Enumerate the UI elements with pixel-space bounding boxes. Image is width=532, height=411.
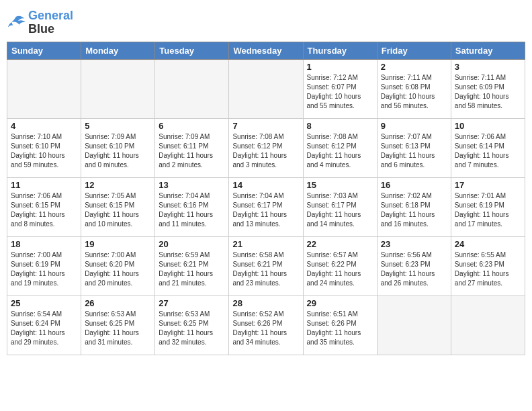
day-number: 17 [455, 180, 521, 190]
calendar-day-cell: 1Sunrise: 7:12 AMSunset: 6:07 PMDaylight… [303, 59, 377, 118]
weekday-header: Wednesday [229, 42, 303, 59]
day-info: Sunrise: 7:10 AMSunset: 6:10 PMDaylight:… [11, 132, 77, 170]
calendar-day-cell: 11Sunrise: 7:06 AMSunset: 6:15 PMDayligh… [7, 177, 81, 236]
calendar-day-cell [81, 59, 155, 118]
calendar-week-row: 1Sunrise: 7:12 AMSunset: 6:07 PMDaylight… [7, 59, 525, 118]
calendar-day-cell: 22Sunrise: 6:57 AMSunset: 6:22 PMDayligh… [303, 236, 377, 295]
day-number: 19 [85, 239, 151, 249]
day-number: 13 [159, 180, 225, 190]
calendar-day-cell: 12Sunrise: 7:05 AMSunset: 6:15 PMDayligh… [81, 177, 155, 236]
calendar-day-cell: 2Sunrise: 7:11 AMSunset: 6:08 PMDaylight… [377, 59, 451, 118]
calendar-day-cell: 5Sunrise: 7:09 AMSunset: 6:10 PMDaylight… [81, 118, 155, 177]
day-number: 25 [11, 298, 77, 308]
day-number: 5 [85, 121, 151, 131]
day-number: 24 [455, 239, 521, 249]
calendar-day-cell: 21Sunrise: 6:58 AMSunset: 6:21 PMDayligh… [229, 236, 303, 295]
calendar-week-row: 11Sunrise: 7:06 AMSunset: 6:15 PMDayligh… [7, 177, 525, 236]
day-info: Sunrise: 7:01 AMSunset: 6:19 PMDaylight:… [455, 191, 521, 229]
day-info: Sunrise: 7:00 AMSunset: 6:19 PMDaylight:… [11, 250, 77, 288]
day-number: 26 [85, 298, 151, 308]
day-info: Sunrise: 7:04 AMSunset: 6:16 PMDaylight:… [159, 191, 225, 229]
calendar-day-cell: 6Sunrise: 7:09 AMSunset: 6:11 PMDaylight… [155, 118, 229, 177]
day-number: 10 [455, 121, 521, 131]
day-number: 15 [307, 180, 373, 190]
day-info: Sunrise: 7:08 AMSunset: 6:12 PMDaylight:… [232, 132, 299, 170]
day-number: 23 [381, 239, 447, 249]
day-info: Sunrise: 6:53 AMSunset: 6:25 PMDaylight:… [159, 310, 225, 347]
day-info: Sunrise: 7:12 AMSunset: 6:07 PMDaylight:… [307, 73, 373, 111]
day-info: Sunrise: 7:09 AMSunset: 6:11 PMDaylight:… [159, 132, 225, 170]
calendar-week-row: 18Sunrise: 7:00 AMSunset: 6:19 PMDayligh… [7, 236, 525, 295]
calendar-day-cell: 27Sunrise: 6:53 AMSunset: 6:25 PMDayligh… [155, 295, 229, 355]
day-number: 12 [85, 180, 151, 190]
day-number: 9 [381, 121, 447, 131]
calendar-day-cell: 4Sunrise: 7:10 AMSunset: 6:10 PMDaylight… [7, 118, 81, 177]
calendar-header-row: SundayMondayTuesdayWednesdayThursdayFrid… [7, 42, 525, 59]
calendar-day-cell: 17Sunrise: 7:01 AMSunset: 6:19 PMDayligh… [451, 177, 525, 236]
day-number: 14 [232, 180, 299, 190]
day-number: 4 [11, 121, 77, 131]
day-info: Sunrise: 6:59 AMSunset: 6:21 PMDaylight:… [159, 250, 225, 288]
day-number: 6 [159, 121, 225, 131]
day-info: Sunrise: 6:51 AMSunset: 6:26 PMDaylight:… [307, 310, 373, 347]
calendar-day-cell: 9Sunrise: 7:07 AMSunset: 6:13 PMDaylight… [377, 118, 451, 177]
day-info: Sunrise: 7:09 AMSunset: 6:10 PMDaylight:… [85, 132, 151, 170]
calendar-day-cell: 18Sunrise: 7:00 AMSunset: 6:19 PMDayligh… [7, 236, 81, 295]
day-number: 2 [381, 62, 447, 72]
day-info: Sunrise: 6:56 AMSunset: 6:23 PMDaylight:… [381, 250, 447, 288]
day-number: 27 [159, 298, 225, 308]
day-number: 22 [307, 239, 373, 249]
day-info: Sunrise: 6:55 AMSunset: 6:23 PMDaylight:… [455, 250, 521, 288]
weekday-header: Monday [81, 42, 155, 59]
calendar-day-cell: 3Sunrise: 7:11 AMSunset: 6:09 PMDaylight… [451, 59, 525, 118]
calendar-table: SundayMondayTuesdayWednesdayThursdayFrid… [7, 42, 525, 355]
calendar-week-row: 4Sunrise: 7:10 AMSunset: 6:10 PMDaylight… [7, 118, 525, 177]
day-number: 8 [307, 121, 373, 131]
day-info: Sunrise: 6:54 AMSunset: 6:24 PMDaylight:… [11, 310, 77, 347]
weekday-header: Friday [377, 42, 451, 59]
calendar-day-cell: 14Sunrise: 7:04 AMSunset: 6:17 PMDayligh… [229, 177, 303, 236]
day-info: Sunrise: 6:57 AMSunset: 6:22 PMDaylight:… [307, 250, 373, 288]
day-info: Sunrise: 7:08 AMSunset: 6:12 PMDaylight:… [307, 132, 373, 170]
day-info: Sunrise: 7:04 AMSunset: 6:17 PMDaylight:… [232, 191, 299, 229]
day-info: Sunrise: 7:11 AMSunset: 6:09 PMDaylight:… [455, 73, 521, 111]
day-number: 3 [455, 62, 521, 72]
day-info: Sunrise: 6:52 AMSunset: 6:26 PMDaylight:… [232, 310, 299, 347]
day-number: 21 [232, 239, 299, 249]
weekday-header: Saturday [451, 42, 525, 59]
day-info: Sunrise: 7:06 AMSunset: 6:14 PMDaylight:… [455, 132, 521, 170]
calendar-week-row: 25Sunrise: 6:54 AMSunset: 6:24 PMDayligh… [7, 295, 525, 355]
calendar-day-cell: 7Sunrise: 7:08 AMSunset: 6:12 PMDaylight… [229, 118, 303, 177]
logo-icon [7, 13, 26, 32]
calendar-day-cell: 28Sunrise: 6:52 AMSunset: 6:26 PMDayligh… [229, 295, 303, 355]
day-info: Sunrise: 6:58 AMSunset: 6:21 PMDaylight:… [232, 250, 299, 288]
calendar-day-cell: 23Sunrise: 6:56 AMSunset: 6:23 PMDayligh… [377, 236, 451, 295]
calendar-day-cell: 15Sunrise: 7:03 AMSunset: 6:17 PMDayligh… [303, 177, 377, 236]
logo-text: GeneralBlue [28, 9, 73, 36]
calendar-day-cell: 25Sunrise: 6:54 AMSunset: 6:24 PMDayligh… [7, 295, 81, 355]
calendar-day-cell [229, 59, 303, 118]
day-info: Sunrise: 7:03 AMSunset: 6:17 PMDaylight:… [307, 191, 373, 229]
calendar-day-cell [7, 59, 81, 118]
calendar-day-cell: 10Sunrise: 7:06 AMSunset: 6:14 PMDayligh… [451, 118, 525, 177]
day-number: 18 [11, 239, 77, 249]
day-number: 29 [307, 298, 373, 308]
day-number: 16 [381, 180, 447, 190]
day-number: 1 [307, 62, 373, 72]
weekday-header: Sunday [7, 42, 81, 59]
calendar-day-cell [377, 295, 451, 355]
calendar-day-cell: 16Sunrise: 7:02 AMSunset: 6:18 PMDayligh… [377, 177, 451, 236]
day-info: Sunrise: 7:02 AMSunset: 6:18 PMDaylight:… [381, 191, 447, 229]
calendar-day-cell: 24Sunrise: 6:55 AMSunset: 6:23 PMDayligh… [451, 236, 525, 295]
calendar-day-cell: 8Sunrise: 7:08 AMSunset: 6:12 PMDaylight… [303, 118, 377, 177]
day-number: 20 [159, 239, 225, 249]
day-info: Sunrise: 7:00 AMSunset: 6:20 PMDaylight:… [85, 250, 151, 288]
logo: GeneralBlue [7, 7, 73, 36]
day-info: Sunrise: 7:06 AMSunset: 6:15 PMDaylight:… [11, 191, 77, 229]
calendar-day-cell [155, 59, 229, 118]
day-info: Sunrise: 7:05 AMSunset: 6:15 PMDaylight:… [85, 191, 151, 229]
day-info: Sunrise: 7:07 AMSunset: 6:13 PMDaylight:… [381, 132, 447, 170]
weekday-header: Tuesday [155, 42, 229, 59]
weekday-header: Thursday [303, 42, 377, 59]
day-number: 11 [11, 180, 77, 190]
